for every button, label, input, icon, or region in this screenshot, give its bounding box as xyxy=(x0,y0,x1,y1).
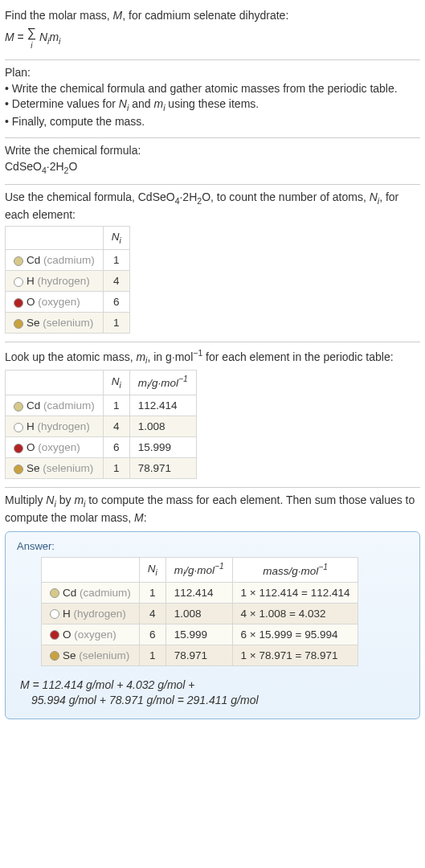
plan-bullet: • Write the chemical formula and gather … xyxy=(5,81,420,97)
element-name: (selenium) xyxy=(79,649,129,661)
element-cell: Se (selenium) xyxy=(6,313,104,334)
intro-section: Find the molar mass, M, for cadmium sele… xyxy=(5,3,420,60)
var-N: N xyxy=(112,231,120,243)
element-swatch-icon xyxy=(14,423,23,432)
element-name: (hydrogen) xyxy=(38,275,90,287)
n-cell: 4 xyxy=(103,271,129,292)
table-header-row: Ni mi/g·mol−1 mass/g·mol−1 xyxy=(42,557,358,582)
var-M: M xyxy=(113,9,123,22)
table-row: H (hydrogen)41.0084 × 1.008 = 4.032 xyxy=(42,603,358,624)
table-row: O (oxygen)615.9996 × 15.999 = 95.994 xyxy=(42,624,358,645)
element-symbol: H xyxy=(63,608,71,620)
m-cell: 15.999 xyxy=(166,624,232,645)
element-swatch-icon xyxy=(14,402,23,411)
element-cell: H (hydrogen) xyxy=(6,416,104,437)
element-cell: Cd (cadmium) xyxy=(6,395,104,416)
masses-section: Look up the atomic mass, mi, in g·mol−1 … xyxy=(5,342,420,488)
n-cell: 6 xyxy=(103,292,129,313)
element-swatch-icon xyxy=(14,465,23,474)
final-line-1: M = 112.414 g/mol + 4.032 g/mol + xyxy=(20,678,408,694)
formula-heading: Write the chemical formula: xyxy=(5,143,420,159)
var-N: N xyxy=(148,563,156,575)
element-swatch-icon xyxy=(14,319,23,329)
element-cell: H (hydrogen) xyxy=(42,603,140,624)
calc-cell: 4 × 1.008 = 4.032 xyxy=(232,603,358,624)
header-Ni: Ni xyxy=(103,227,129,250)
element-symbol: O xyxy=(27,441,35,453)
table-row: H (hydrogen)4 xyxy=(6,271,130,292)
var-N: N xyxy=(46,493,54,506)
text: cadmium xyxy=(47,254,92,266)
var-N: N xyxy=(370,190,378,203)
text: ·2H xyxy=(179,190,197,203)
n-cell: 1 xyxy=(139,645,166,665)
element-symbol: O xyxy=(27,296,35,308)
table-header-row: Ni xyxy=(6,227,130,250)
element-cell: Se (selenium) xyxy=(6,458,104,479)
header-Ni: Ni xyxy=(139,557,166,582)
text: hydrogen xyxy=(41,275,86,287)
text: Multiply xyxy=(5,493,46,506)
element-name: (oxygen) xyxy=(38,441,80,453)
index-i: i xyxy=(27,40,36,51)
element-symbol: Cd xyxy=(27,399,40,411)
header-mi: mi/g·mol−1 xyxy=(166,557,232,582)
element-name: (hydrogen) xyxy=(38,420,90,432)
header-blank xyxy=(6,227,104,250)
calc-cell: 6 × 15.999 = 95.994 xyxy=(232,624,358,645)
text: /g·mol xyxy=(149,377,178,389)
plan-bullet: • Determine values for Ni and mi using t… xyxy=(5,96,420,113)
n-cell: 1 xyxy=(103,250,129,271)
sup-minus1: −1 xyxy=(193,348,202,358)
var-M: M xyxy=(134,511,144,524)
m-cell: 1.008 xyxy=(166,603,232,624)
element-name: (cadmium) xyxy=(80,587,131,599)
m-cell: 112.414 xyxy=(166,582,232,603)
element-cell: Cd (cadmium) xyxy=(42,582,140,603)
var-M: M xyxy=(5,31,14,43)
count-section: Use the chemical formula, CdSeO4·2H2O, t… xyxy=(5,185,420,342)
text: oxygen xyxy=(42,296,77,308)
var-N: N xyxy=(112,375,120,387)
var-m: m xyxy=(74,493,84,506)
m-cell: 112.414 xyxy=(129,395,196,416)
text: selenium xyxy=(47,462,90,474)
table-row: H (hydrogen)41.008 xyxy=(6,416,197,437)
element-symbol: Se xyxy=(27,317,40,329)
table-header-row: Ni mi/g·mol−1 xyxy=(6,371,197,395)
text: and xyxy=(129,97,153,110)
text: selenium xyxy=(83,649,126,661)
count-lead: Use the chemical formula, CdSeO4·2H2O, t… xyxy=(5,190,420,223)
element-name: (oxygen) xyxy=(74,628,116,641)
element-symbol: H xyxy=(27,275,35,287)
sub-i: i xyxy=(120,236,121,245)
text: : xyxy=(144,511,147,524)
plan-bullet: • Finally, compute the mass. xyxy=(5,114,420,130)
var-m: m xyxy=(153,97,163,110)
var-N: N xyxy=(39,31,47,43)
n-cell: 1 xyxy=(139,582,166,603)
plan-section: Plan: • Write the chemical formula and g… xyxy=(5,60,420,138)
text: • Determine values for xyxy=(5,97,119,110)
element-name: (cadmium) xyxy=(43,254,95,266)
final-line-2: 95.994 g/mol + 78.971 g/mol = 291.411 g/… xyxy=(31,693,408,709)
formula-section: Write the chemical formula: CdSeO4·2H2O xyxy=(5,138,420,185)
text: ·2H xyxy=(47,160,64,173)
text: Use the chemical formula, CdSeO xyxy=(5,190,175,203)
chemical-formula: CdSeO4·2H2O xyxy=(5,159,420,176)
text: , in g·mol xyxy=(147,350,193,363)
table-row: Cd (cadmium)1 xyxy=(6,250,130,271)
element-name: (hydrogen) xyxy=(74,608,126,620)
element-cell: O (oxygen) xyxy=(6,437,104,458)
table-row: O (oxygen)615.999 xyxy=(6,437,197,458)
text: hydrogen xyxy=(77,608,122,620)
text: Look up the atomic mass, xyxy=(5,350,136,363)
element-name: (cadmium) xyxy=(43,399,95,411)
header-blank xyxy=(6,371,104,395)
text: for each element in the periodic table: xyxy=(202,350,393,363)
multiply-section: Multiply Ni by mi to compute the mass fo… xyxy=(5,488,420,722)
answer-table: Ni mi/g·mol−1 mass/g·mol−1 Cd (cadmium)1… xyxy=(41,557,358,666)
n-cell: 4 xyxy=(103,416,129,437)
calc-cell: 1 × 112.414 = 112.414 xyxy=(232,582,358,603)
count-table: Ni Cd (cadmium)1 H (hydrogen)4 O (oxygen… xyxy=(5,226,130,334)
